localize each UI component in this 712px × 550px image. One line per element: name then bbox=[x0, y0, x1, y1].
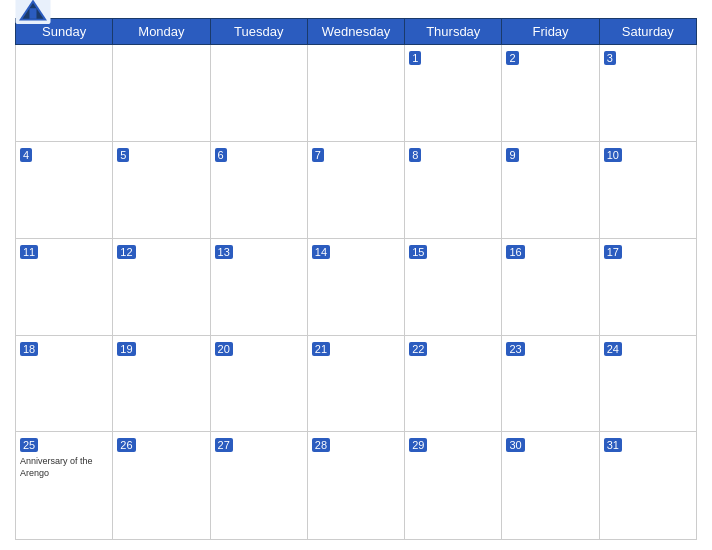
day-number: 30 bbox=[506, 438, 524, 452]
calendar-day-cell: 29 bbox=[405, 432, 502, 540]
calendar-day-cell bbox=[113, 45, 210, 142]
day-number: 27 bbox=[215, 438, 233, 452]
day-number: 1 bbox=[409, 51, 421, 65]
calendar-week-row: 25Anniversary of the Arengo262728293031 bbox=[16, 432, 697, 540]
calendar-day-cell bbox=[16, 45, 113, 142]
day-number: 3 bbox=[604, 51, 616, 65]
calendar-day-cell: 17 bbox=[599, 238, 696, 335]
day-event: Anniversary of the Arengo bbox=[20, 456, 108, 479]
day-number: 24 bbox=[604, 342, 622, 356]
calendar-day-cell: 14 bbox=[307, 238, 404, 335]
logo-icon bbox=[15, 0, 51, 24]
calendar-day-cell: 7 bbox=[307, 141, 404, 238]
calendar-day-cell bbox=[307, 45, 404, 142]
calendar-day-cell: 28 bbox=[307, 432, 404, 540]
day-number: 21 bbox=[312, 342, 330, 356]
calendar-day-cell: 18 bbox=[16, 335, 113, 432]
day-number: 9 bbox=[506, 148, 518, 162]
calendar-day-cell: 27 bbox=[210, 432, 307, 540]
day-number: 26 bbox=[117, 438, 135, 452]
calendar-day-cell bbox=[210, 45, 307, 142]
day-number: 15 bbox=[409, 245, 427, 259]
calendar-week-row: 11121314151617 bbox=[16, 238, 697, 335]
weekday-header-row: SundayMondayTuesdayWednesdayThursdayFrid… bbox=[16, 19, 697, 45]
day-number: 23 bbox=[506, 342, 524, 356]
calendar-day-cell: 1 bbox=[405, 45, 502, 142]
calendar-day-cell: 9 bbox=[502, 141, 599, 238]
calendar-week-row: 18192021222324 bbox=[16, 335, 697, 432]
day-number: 19 bbox=[117, 342, 135, 356]
calendar-day-cell: 31 bbox=[599, 432, 696, 540]
calendar-day-cell: 22 bbox=[405, 335, 502, 432]
calendar-day-cell: 16 bbox=[502, 238, 599, 335]
weekday-header-tuesday: Tuesday bbox=[210, 19, 307, 45]
calendar-day-cell: 20 bbox=[210, 335, 307, 432]
day-number: 11 bbox=[20, 245, 38, 259]
calendar-day-cell: 30 bbox=[502, 432, 599, 540]
day-number: 2 bbox=[506, 51, 518, 65]
day-number: 25 bbox=[20, 438, 38, 452]
weekday-header-thursday: Thursday bbox=[405, 19, 502, 45]
calendar-day-cell: 24 bbox=[599, 335, 696, 432]
weekday-header-monday: Monday bbox=[113, 19, 210, 45]
calendar-container: SundayMondayTuesdayWednesdayThursdayFrid… bbox=[0, 0, 712, 550]
calendar-day-cell: 11 bbox=[16, 238, 113, 335]
calendar-day-cell: 23 bbox=[502, 335, 599, 432]
day-number: 13 bbox=[215, 245, 233, 259]
calendar-table: SundayMondayTuesdayWednesdayThursdayFrid… bbox=[15, 18, 697, 540]
day-number: 14 bbox=[312, 245, 330, 259]
weekday-header-friday: Friday bbox=[502, 19, 599, 45]
day-number: 29 bbox=[409, 438, 427, 452]
calendar-day-cell: 6 bbox=[210, 141, 307, 238]
calendar-day-cell: 13 bbox=[210, 238, 307, 335]
day-number: 28 bbox=[312, 438, 330, 452]
calendar-day-cell: 15 bbox=[405, 238, 502, 335]
calendar-week-row: 123 bbox=[16, 45, 697, 142]
calendar-day-cell: 8 bbox=[405, 141, 502, 238]
day-number: 18 bbox=[20, 342, 38, 356]
day-number: 12 bbox=[117, 245, 135, 259]
calendar-day-cell: 2 bbox=[502, 45, 599, 142]
day-number: 16 bbox=[506, 245, 524, 259]
day-number: 7 bbox=[312, 148, 324, 162]
day-number: 17 bbox=[604, 245, 622, 259]
day-number: 6 bbox=[215, 148, 227, 162]
day-number: 22 bbox=[409, 342, 427, 356]
weekday-header-saturday: Saturday bbox=[599, 19, 696, 45]
day-number: 8 bbox=[409, 148, 421, 162]
svg-rect-3 bbox=[30, 8, 37, 19]
day-number: 4 bbox=[20, 148, 32, 162]
weekday-header-wednesday: Wednesday bbox=[307, 19, 404, 45]
calendar-day-cell: 19 bbox=[113, 335, 210, 432]
calendar-day-cell: 26 bbox=[113, 432, 210, 540]
day-number: 20 bbox=[215, 342, 233, 356]
day-number: 31 bbox=[604, 438, 622, 452]
calendar-day-cell: 3 bbox=[599, 45, 696, 142]
calendar-day-cell: 10 bbox=[599, 141, 696, 238]
calendar-day-cell: 4 bbox=[16, 141, 113, 238]
calendar-week-row: 45678910 bbox=[16, 141, 697, 238]
day-number: 10 bbox=[604, 148, 622, 162]
calendar-day-cell: 21 bbox=[307, 335, 404, 432]
calendar-day-cell: 5 bbox=[113, 141, 210, 238]
day-number: 5 bbox=[117, 148, 129, 162]
calendar-day-cell: 25Anniversary of the Arengo bbox=[16, 432, 113, 540]
logo bbox=[15, 0, 51, 24]
calendar-day-cell: 12 bbox=[113, 238, 210, 335]
